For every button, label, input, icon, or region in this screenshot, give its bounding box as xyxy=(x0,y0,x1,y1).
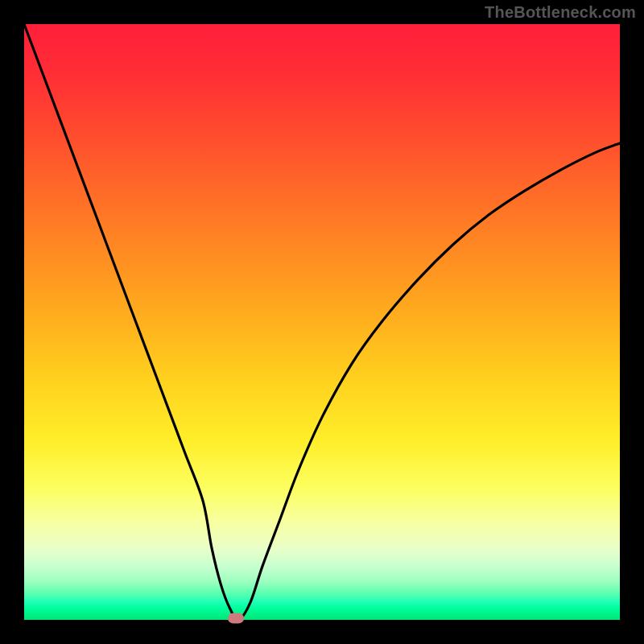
chart-frame: TheBottleneck.com xyxy=(0,0,644,644)
bottleneck-curve xyxy=(24,24,620,620)
optimum-marker xyxy=(228,613,244,623)
plot-area xyxy=(24,24,620,620)
curve-path xyxy=(24,24,620,620)
watermark-text: TheBottleneck.com xyxy=(485,3,636,22)
